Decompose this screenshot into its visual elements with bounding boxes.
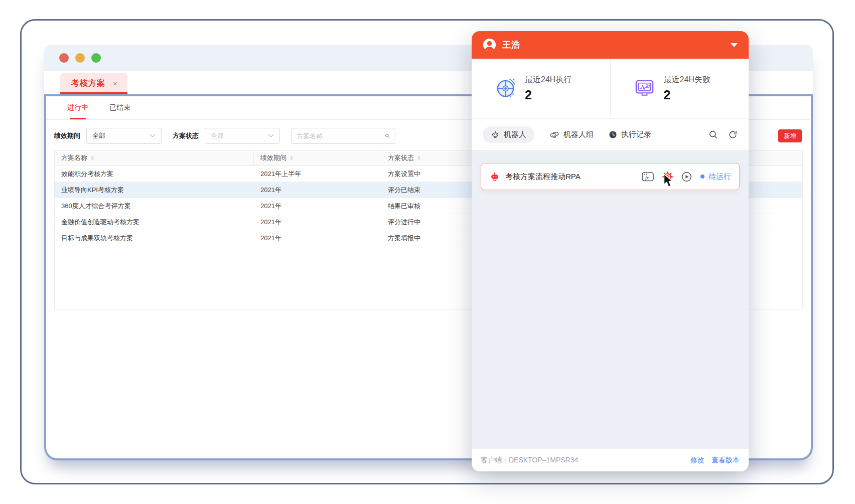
robot-card-actions: fx: [641, 171, 692, 183]
minimize-window-icon[interactable]: [75, 53, 85, 63]
magnifier-icon[interactable]: [385, 132, 390, 140]
stat-exec-24h: 最近24H执行 2: [472, 59, 611, 118]
refresh-icon[interactable]: [728, 130, 738, 139]
tab-finished[interactable]: 已结束: [109, 96, 130, 119]
chevron-down-icon: [268, 134, 274, 138]
tab-exec-records[interactable]: 执行记录: [609, 130, 651, 139]
caret-down-icon[interactable]: [731, 43, 738, 47]
fx-params-icon[interactable]: fx: [641, 171, 654, 183]
play-icon[interactable]: [681, 171, 692, 183]
fail-24h-icon: 24: [633, 77, 656, 100]
cell-plan-name: 目标与成果双轨考核方案: [55, 234, 254, 243]
tab-finished-label: 已结束: [109, 103, 130, 112]
close-window-icon[interactable]: [59, 53, 69, 63]
cell-plan-name: 业绩导向KPI考核方案: [55, 186, 254, 195]
cell-plan-name: 效能积分考核方案: [55, 170, 254, 179]
robot-list: 考核方案流程推动RPA fx: [472, 150, 749, 448]
tab-exec-records-label: 执行记录: [621, 130, 651, 139]
add-button[interactable]: 新增: [778, 129, 802, 142]
plan-name-search[interactable]: [291, 128, 395, 144]
column-label: 方案名称: [61, 153, 87, 162]
status-select[interactable]: 全部: [205, 128, 280, 144]
stat-value: 2: [525, 88, 572, 102]
stat-text: 最近24H执行 2: [525, 75, 572, 102]
robot-icon: [491, 130, 500, 139]
robot-name: 考核方案流程推动RPA: [505, 172, 581, 182]
panel-actions: [708, 130, 738, 139]
exec-24h-icon: [494, 77, 517, 100]
period-filter-label: 绩效期间: [54, 131, 80, 140]
user-name: 王浩: [502, 39, 520, 51]
sort-icon[interactable]: [417, 156, 420, 160]
cell-period: 2021年: [254, 186, 381, 195]
robot-icon: [489, 171, 500, 182]
stat-fail-24h: 24 最近24H失败 2: [611, 59, 749, 118]
status-dot-icon: [700, 175, 704, 179]
tab-in-progress-label: 进行中: [67, 103, 88, 112]
footer-links: 修改 查看版本: [690, 456, 740, 465]
panel-header[interactable]: 王浩: [472, 31, 749, 59]
status-text: 待运行: [708, 172, 731, 182]
svg-text:24: 24: [646, 84, 650, 87]
tab-robots-label: 机器人: [504, 130, 526, 139]
period-select[interactable]: 全部: [86, 128, 162, 144]
client-label: 客户端：DESKTOP–1MPSR34: [481, 456, 578, 465]
tab-in-progress[interactable]: 进行中: [67, 96, 88, 119]
gear-icon[interactable]: [662, 171, 673, 183]
column-header-period[interactable]: 绩效期间: [254, 150, 381, 165]
search-input[interactable]: [297, 132, 385, 140]
svg-text:fx: fx: [645, 176, 649, 181]
tab-assessment-plan[interactable]: 考核方案 ×: [60, 73, 127, 94]
view-version-link[interactable]: 查看版本: [711, 456, 740, 465]
robot-status: 待运行: [700, 172, 731, 182]
sort-icon[interactable]: [290, 156, 293, 160]
status-select-placeholder: 全部: [211, 131, 224, 140]
robot-card[interactable]: 考核方案流程推动RPA fx: [481, 163, 740, 190]
stats-section: 最近24H执行 2 24 最近24H失败 2: [472, 59, 749, 119]
clock-icon: [609, 130, 617, 139]
client-machine-name: DESKTOP–1MPSR34: [509, 456, 578, 464]
tab-robots[interactable]: 机器人: [483, 126, 534, 143]
cell-period: 2021年上半年: [254, 170, 381, 179]
tab-robot-groups-label: 机器人组: [563, 130, 594, 139]
robot-group-icon: [549, 130, 559, 139]
column-header-name[interactable]: 方案名称: [55, 150, 254, 165]
cell-period: 2021年: [254, 234, 381, 243]
cell-plan-name: 360度人才综合考评方案: [55, 202, 254, 211]
stat-value: 2: [664, 88, 710, 102]
sort-icon[interactable]: [91, 156, 94, 160]
panel-footer: 客户端：DESKTOP–1MPSR34 修改 查看版本: [472, 448, 749, 471]
search-icon[interactable]: [708, 130, 718, 139]
panel-tabs: 机器人 机器人组 执行记录: [472, 119, 749, 150]
tab-label: 考核方案: [71, 78, 105, 89]
modify-link[interactable]: 修改: [690, 456, 704, 465]
active-tab-underline: [70, 118, 86, 119]
stat-text: 最近24H失败 2: [664, 75, 710, 102]
maximize-window-icon[interactable]: [91, 53, 101, 63]
cell-period: 2021年: [254, 218, 381, 227]
cell-plan-name: 金融价值创造驱动考核方案: [55, 218, 254, 227]
status-filter-label: 方案状态: [173, 131, 199, 140]
tab-close-icon[interactable]: ×: [113, 79, 117, 88]
column-label: 方案状态: [388, 153, 414, 162]
chevron-down-icon: [150, 134, 156, 138]
period-select-value: 全部: [92, 131, 105, 140]
cell-period: 2021年: [254, 202, 381, 211]
client-label-text: 客户端：: [481, 456, 509, 464]
tab-robot-groups[interactable]: 机器人组: [549, 130, 594, 139]
stat-label: 最近24H执行: [525, 75, 572, 85]
stat-label: 最近24H失败: [664, 75, 710, 85]
user-avatar-icon: [483, 38, 496, 52]
column-label: 绩效期间: [260, 153, 287, 162]
rpa-client-panel: 王浩 最近24H执行 2 24: [472, 31, 749, 471]
